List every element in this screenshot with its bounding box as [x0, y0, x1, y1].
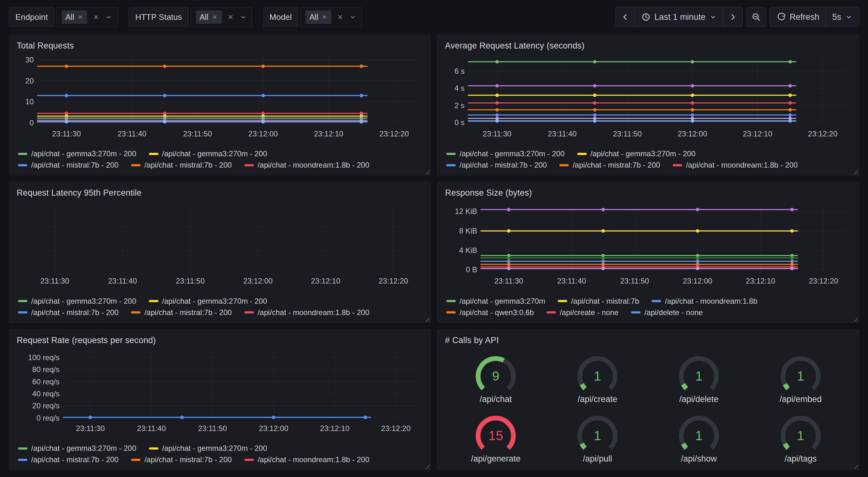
panel-title[interactable]: Total Requests — [17, 39, 423, 52]
legend-item[interactable]: /api/chat - mistral:7b - 200 — [559, 161, 660, 170]
gauge-label: /api/chat — [480, 394, 512, 404]
legend-item[interactable]: /api/create - none — [547, 308, 619, 317]
panel-title[interactable]: # Calls by API — [445, 334, 851, 347]
panel-resize-handle[interactable] — [852, 316, 858, 322]
legend-item[interactable]: /api/chat - mistral:7b - 200 — [131, 308, 231, 317]
legend-swatch — [446, 153, 456, 155]
legend-item[interactable]: /api/chat - mistral:7b - 200 — [18, 161, 118, 170]
clear-selection-icon[interactable] — [336, 13, 344, 21]
legend-item[interactable]: /api/chat - mistral:7b — [558, 297, 639, 306]
legend-item[interactable]: /api/chat - mistral:7b - 200 — [131, 455, 231, 464]
panel-resize-handle[interactable] — [852, 463, 858, 469]
filter-value-select[interactable]: All — [190, 7, 252, 27]
x-axis-label: 23:11:30 — [483, 129, 512, 138]
chevron-down-icon[interactable] — [105, 13, 113, 21]
data-point — [65, 94, 68, 97]
x-axis-label: 23:12:00 — [248, 129, 278, 138]
legend-item[interactable]: /api/chat - gemma3:270m - 200 — [577, 149, 696, 158]
gauge-chart: 9/api/chat — [456, 349, 535, 406]
panel-latency-95th-percentile: Request Latency 95th Percentile 23:11:30… — [9, 182, 431, 323]
legend-row: /api/chat - qwen3:0.6b/api/create - none… — [446, 308, 850, 317]
legend-item[interactable]: /api/chat - gemma3:270m — [446, 297, 545, 306]
panel-title[interactable]: Request Latency 95th Percentile — [17, 186, 423, 199]
legend-swatch — [18, 300, 27, 302]
chip-remove-icon[interactable] — [321, 14, 328, 20]
legend-row: /api/chat - gemma3:270m - 200/api/chat -… — [18, 149, 422, 158]
time-series-chart[interactable]: 010203023:11:3023:11:4023:11:5023:12:002… — [17, 53, 423, 139]
legend-item[interactable]: /api/delete - none — [631, 308, 703, 317]
legend-item[interactable]: /api/chat - moondream:1.8b — [652, 297, 757, 306]
data-point — [593, 84, 596, 88]
gauge-chart: 1/api/pull — [558, 409, 637, 465]
gauge: 1/api/create — [558, 349, 637, 406]
filter-chip[interactable]: All — [62, 10, 88, 24]
data-point — [601, 257, 605, 260]
legend-label: /api/chat - gemma3:270m — [460, 297, 545, 306]
time-series-chart[interactable]: 0 s2 s4 s6 s23:11:3023:11:4023:11:5023:1… — [445, 53, 851, 139]
panel-resize-handle[interactable] — [424, 463, 430, 469]
legend-item[interactable]: /api/chat - moondream:1.8b - 200 — [244, 308, 369, 317]
legend-item[interactable]: /api/chat - mistral:7b - 200 — [131, 161, 231, 170]
chart-legend: /api/chat - gemma3:270m - 200/api/chat -… — [17, 442, 423, 467]
data-point — [272, 416, 275, 419]
data-point — [593, 60, 596, 64]
data-point — [691, 101, 694, 105]
legend-item[interactable]: /api/chat - gemma3:270m - 200 — [149, 444, 268, 453]
data-point — [696, 229, 699, 233]
time-series-chart[interactable]: 23:11:3023:11:4023:11:5023:12:0023:12:10… — [17, 200, 423, 286]
refresh-interval-dropdown[interactable]: 5s — [826, 7, 859, 27]
filter-chip-label: All — [65, 12, 74, 22]
time-range-picker-button[interactable]: Last 1 minute — [634, 7, 723, 27]
legend-item[interactable]: /api/chat - moondream:1.8b - 200 — [673, 161, 798, 170]
filter-chip[interactable]: All — [306, 10, 331, 24]
data-point — [601, 260, 605, 263]
refresh-button[interactable]: Refresh — [770, 7, 826, 27]
legend-item[interactable]: /api/chat - gemma3:270m - 200 — [446, 149, 565, 158]
legend-item[interactable]: /api/chat - qwen3:0.6b — [446, 308, 534, 317]
time-series-chart[interactable]: 0 B4 KiB8 KiB12 KiB23:11:3023:11:4023:11… — [445, 200, 851, 286]
legend-item[interactable]: /api/chat - mistral:7b - 200 — [18, 308, 118, 317]
legend-item[interactable]: /api/chat - gemma3:270m - 200 — [18, 149, 136, 158]
gauge-label: /api/show — [681, 454, 717, 464]
legend-item[interactable]: /api/chat - moondream:1.8b - 200 — [244, 455, 369, 464]
legend-item[interactable]: /api/chat - moondream:1.8b - 200 — [244, 161, 369, 170]
chip-remove-icon[interactable] — [77, 14, 84, 20]
panel-title[interactable]: Average Request Latency (seconds) — [445, 39, 851, 52]
legend-item[interactable]: /api/chat - mistral:7b - 200 — [446, 161, 547, 170]
chevron-down-icon[interactable] — [239, 13, 247, 21]
chevron-down-icon[interactable] — [349, 13, 356, 21]
gauge-label: /api/tags — [784, 454, 817, 464]
y-axis-label: 12 KiB — [455, 207, 477, 216]
panel-grid: Total Requests 010203023:11:3023:11:4023… — [9, 35, 859, 470]
legend-item[interactable]: /api/chat - gemma3:270m - 200 — [149, 297, 268, 306]
data-point — [507, 229, 510, 233]
gauge-arc — [683, 384, 686, 388]
data-point — [261, 94, 265, 97]
legend-label: /api/chat - moondream:1.8b - 200 — [258, 308, 369, 317]
panel-title[interactable]: Request Rate (requests per second) — [17, 334, 423, 347]
time-series-chart[interactable]: 0 req/s20 req/s40 req/s60 req/s80 req/s1… — [17, 348, 423, 434]
panel-title[interactable]: Response Size (bytes) — [445, 186, 851, 199]
zoom-out-button[interactable] — [746, 7, 766, 27]
panel-resize-handle[interactable] — [424, 316, 430, 322]
legend-label: /api/chat - mistral:7b - 200 — [144, 455, 231, 464]
x-axis-label: 23:11:30 — [76, 424, 105, 433]
chip-remove-icon[interactable] — [212, 14, 218, 20]
gauge-label: /api/pull — [583, 454, 612, 464]
panel-resize-handle[interactable] — [852, 169, 858, 174]
legend-item[interactable]: /api/chat - gemma3:270m - 200 — [18, 297, 136, 306]
time-nav-group: Last 1 minute — [615, 7, 743, 27]
time-shift-back-button[interactable] — [615, 7, 635, 27]
clear-selection-icon[interactable] — [227, 13, 234, 21]
x-axis-label: 23:12:00 — [678, 129, 707, 138]
time-shift-forward-button[interactable] — [723, 7, 743, 27]
gauge-arc — [478, 359, 504, 389]
legend-item[interactable]: /api/chat - mistral:7b - 200 — [18, 455, 118, 464]
clear-selection-icon[interactable] — [92, 13, 100, 21]
panel-resize-handle[interactable] — [424, 169, 430, 174]
legend-item[interactable]: /api/chat - gemma3:270m - 200 — [149, 149, 268, 158]
legend-item[interactable]: /api/chat - gemma3:270m - 200 — [18, 444, 136, 453]
filter-value-select[interactable]: All — [300, 7, 362, 27]
filter-value-select[interactable]: All — [56, 7, 118, 27]
filter-chip[interactable]: All — [196, 10, 222, 24]
